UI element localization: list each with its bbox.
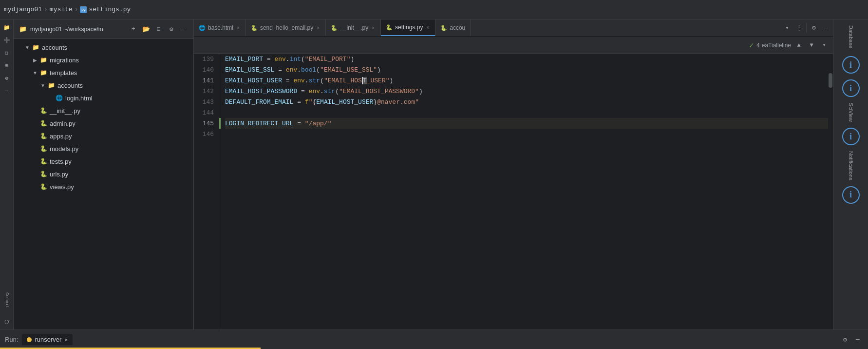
find-prev-btn[interactable]: ▲ <box>794 40 804 50</box>
models-label: models.py <box>50 145 78 153</box>
top-bar: mydjango01 › mysite › py settings.py <box>0 0 868 19</box>
python-tab-icon: 🐍 <box>440 25 447 31</box>
commit-icon[interactable]: Commit <box>1 286 13 315</box>
database-label[interactable]: Database <box>846 21 856 52</box>
editor-scrollbar[interactable] <box>828 54 833 330</box>
sidebar-item-accounts-sub[interactable]: ▼ 📁 accounts <box>14 79 193 92</box>
arrow-icon: ▼ <box>31 69 39 77</box>
breadcrumb-file: py settings.py <box>80 6 131 13</box>
python-file-icon: py <box>80 6 87 13</box>
info-btn-2[interactable]: i <box>842 79 860 97</box>
run-status-dot <box>27 337 32 342</box>
python-tab-icon: 🐍 <box>331 25 338 31</box>
python-file-icon: 🐍 <box>39 107 48 115</box>
run-server-tab[interactable]: runserver × <box>22 334 72 345</box>
project-panel-btn[interactable]: 📁 <box>18 24 28 35</box>
sidebar-item-views[interactable]: 🐍 views.py <box>14 180 193 193</box>
editor-container: 🌐 base.html × 🐍 send_hello_email.py × 🐍 … <box>194 19 833 330</box>
code-editor[interactable]: EMAIL_PORT = env . int ( "EMAIL_PORT" ) … <box>219 54 828 330</box>
tab-settings-close[interactable]: × <box>425 24 430 31</box>
init-label: __init__.py <box>50 107 80 115</box>
code-line-143: DEFAULT_FROM_EMAIL = f " { EMAIL_HOST_US… <box>225 97 828 107</box>
settings-btn[interactable]: ⚙ <box>809 22 819 33</box>
notifications-label[interactable]: Notifications <box>846 149 856 182</box>
spacer <box>31 107 39 115</box>
minimize-icon[interactable]: — <box>1 85 13 97</box>
new-folder-btn[interactable]: 📂 <box>141 24 151 35</box>
expand-icon[interactable]: ⊞ <box>1 59 13 71</box>
python-tab-icon: 🐍 <box>386 24 393 31</box>
sidebar-item-urls[interactable]: 🐍 urls.py <box>14 168 193 180</box>
tab-send-hello-close[interactable]: × <box>316 25 321 31</box>
add-icon[interactable]: ➕ <box>1 34 13 46</box>
sidebar-item-models[interactable]: 🐍 models.py <box>14 142 193 155</box>
editor-body: 139 140 141 142 143 144 145 146 EMAIL_PO… <box>194 54 833 330</box>
run-label: Run: <box>5 336 18 343</box>
spacer <box>31 132 39 140</box>
collapse-icon[interactable]: ⊟ <box>1 47 13 58</box>
breadcrumb-site[interactable]: mysite <box>50 6 73 13</box>
code-line-142: EMAIL_HOST_PASSWORD = env . str ( "EMAIL… <box>225 86 828 97</box>
git-icon[interactable]: ⬡ <box>1 316 13 328</box>
info-btn-4[interactable]: i <box>842 186 860 204</box>
right-panel: Database i i SciView i Notifications i <box>833 19 868 330</box>
info-btn-3[interactable]: i <box>842 128 860 145</box>
left-panel: 📁 ➕ ⊟ ⊞ ⚙ — Commit ⬡ <box>0 19 14 330</box>
tab-init[interactable]: 🐍 __init__.py × <box>326 19 381 36</box>
tab-base-html[interactable]: 🌐 base.html × <box>194 19 246 36</box>
folder-icon: 📁 <box>39 69 48 77</box>
green-bar <box>219 118 221 129</box>
window-min-btn[interactable]: — <box>820 22 831 33</box>
sidebar-item-init[interactable]: 🐍 __init__.py <box>14 104 193 117</box>
sidebar-item-apps[interactable]: 🐍 apps.py <box>14 130 193 142</box>
settings-icon[interactable]: ⚙ <box>1 72 13 84</box>
collapse-all-btn[interactable]: ⊟ <box>153 24 164 35</box>
project-icon[interactable]: 📁 <box>1 21 13 33</box>
python-file-icon: 🐍 <box>39 170 48 178</box>
sidebar-item-admin[interactable]: 🐍 admin.py <box>14 117 193 130</box>
run-server-label: runserver <box>35 336 61 343</box>
line-numbers: 139 140 141 142 143 144 145 146 <box>194 54 219 330</box>
accounts-sub-label: accounts <box>57 82 83 89</box>
html-tab-icon: 🌐 <box>199 25 206 31</box>
settings-tree-btn[interactable]: ⚙ <box>166 24 177 35</box>
tab-base-html-close[interactable]: × <box>236 25 241 31</box>
info-btn-1[interactable]: i <box>842 56 860 74</box>
close-panel-btn[interactable]: — <box>179 24 189 35</box>
find-bar: ✓ 4 eaTialleline ▲ ▼ ▾ <box>194 37 833 54</box>
tab-more-btn[interactable]: ⋮ <box>793 22 804 33</box>
tab-settings[interactable]: 🐍 settings.py × <box>381 19 435 36</box>
admin-label: admin.py <box>50 120 75 127</box>
breadcrumb-project[interactable]: mydjango01 <box>4 6 42 13</box>
sciview-label[interactable]: SciView <box>846 101 856 124</box>
line-num-146: 146 <box>194 129 219 139</box>
html-file-icon: 🌐 <box>55 94 63 102</box>
python-tab-icon: 🐍 <box>251 25 258 31</box>
sidebar-item-templates[interactable]: ▼ 📁 templates <box>14 66 193 79</box>
sidebar-item-tests[interactable]: 🐍 tests.py <box>14 155 193 168</box>
bottom-bar: Run: runserver × ⚙ — <box>0 330 868 349</box>
run-close-btn[interactable]: × <box>64 337 67 343</box>
tab-accou[interactable]: 🐍 accou <box>435 19 471 36</box>
sidebar-item-login-html[interactable]: 🌐 login.html <box>14 92 193 104</box>
find-next-btn[interactable]: ▼ <box>807 40 816 50</box>
accounts-label: accounts <box>42 44 67 51</box>
tab-init-close[interactable]: × <box>371 25 376 31</box>
python-file-icon: 🐍 <box>39 119 48 127</box>
find-more-btn[interactable]: ▾ <box>819 40 829 50</box>
new-file-btn[interactable]: + <box>128 24 139 35</box>
tab-controls: ▾ ⋮ ⚙ — <box>780 19 833 36</box>
tab-init-label: __init__.py <box>340 24 368 31</box>
code-line-139: EMAIL_PORT = env . int ( "EMAIL_PORT" ) <box>225 54 828 64</box>
tab-send-hello[interactable]: 🐍 send_hello_email.py × <box>246 19 326 36</box>
settings-bottom-btn[interactable]: ⚙ <box>840 334 850 345</box>
sidebar-item-accounts[interactable]: ▼ 📁 accounts <box>14 41 193 54</box>
project-path-label: mydjango01 ~/workspace/m <box>30 26 126 33</box>
line-num-145: 145 <box>194 118 219 129</box>
urls-label: urls.py <box>50 171 68 178</box>
tab-dropdown-btn[interactable]: ▾ <box>782 22 793 33</box>
minimize-bottom-btn[interactable]: — <box>852 334 863 345</box>
templates-label: templates <box>50 69 77 77</box>
find-count: 4 <box>756 42 760 49</box>
sidebar-item-migrations[interactable]: ▶ 📁 migrations <box>14 54 193 66</box>
